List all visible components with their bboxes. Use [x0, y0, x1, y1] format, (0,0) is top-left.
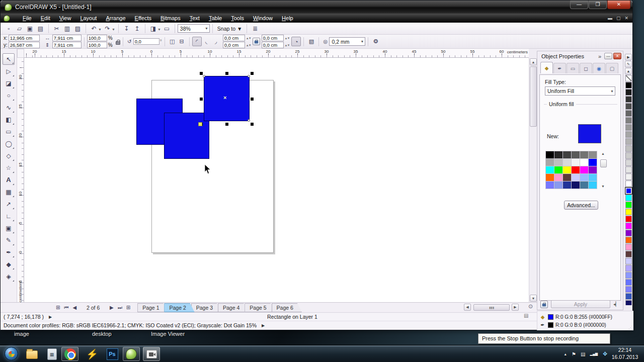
desktop-icon-label[interactable]: image	[14, 331, 29, 337]
palette-swatch[interactable]	[625, 180, 632, 187]
selection-handle[interactable]	[251, 123, 254, 126]
palette-swatch[interactable]	[625, 89, 632, 96]
import-icon[interactable]: ↧	[122, 24, 131, 33]
palette-swatch[interactable]	[625, 216, 632, 222]
color-cell[interactable]	[545, 158, 554, 166]
copy-icon[interactable]: ▥	[62, 24, 72, 33]
active-corner-node[interactable]	[198, 122, 202, 126]
palette-swatch[interactable]	[625, 188, 632, 194]
restore-button[interactable]: ❐	[589, 1, 607, 9]
palette-swatch[interactable]	[625, 258, 632, 264]
palette-swatch[interactable]	[625, 293, 632, 300]
start-button[interactable]	[5, 347, 18, 360]
drawing-canvas[interactable]: ×	[24, 58, 529, 302]
application-launcher-icon-dropdown[interactable]: ▼	[157, 28, 161, 31]
export-icon[interactable]: ↥	[132, 24, 142, 33]
color-cell[interactable]	[580, 181, 589, 189]
taskbar-explorer[interactable]	[23, 347, 40, 361]
color-cell[interactable]	[545, 166, 554, 174]
palette-swatch[interactable]	[625, 110, 632, 117]
palette-swatch[interactable]	[625, 223, 632, 229]
round-corner-button[interactable]: ◜	[192, 37, 202, 46]
new-document-icon[interactable]: ▫	[4, 24, 14, 33]
freehand-tool[interactable]: ∿	[3, 102, 15, 113]
horizontal-scroll-thumb[interactable]: ▮▮▮	[473, 304, 510, 311]
ellipse-tool[interactable]: ◯	[3, 138, 15, 149]
crop-tool[interactable]: ◪	[3, 77, 15, 89]
palette-swatch[interactable]	[625, 265, 632, 272]
status-flyout-icon[interactable]: ▶	[49, 315, 52, 319]
palette-swatch[interactable]	[625, 300, 632, 305]
color-cell[interactable]	[588, 151, 597, 159]
palette-swatch[interactable]	[625, 152, 632, 159]
palette-swatch[interactable]	[625, 138, 632, 145]
grid-scroll-up-icon[interactable]: ▲	[601, 152, 605, 155]
color-cell[interactable]	[545, 173, 554, 182]
palette-scroll-up[interactable]: ▲	[625, 68, 632, 74]
palette-swatch[interactable]	[625, 230, 632, 236]
basic-shapes-tool[interactable]: ☆	[3, 162, 15, 173]
application-launcher-icon[interactable]: ◨	[148, 24, 158, 33]
input-indicator-icon[interactable]: ▤	[581, 351, 585, 357]
palette-swatch[interactable]	[625, 244, 632, 250]
vertical-scrollbar[interactable]: ▲ ▼	[529, 58, 537, 302]
tray-expand-icon[interactable]: ▲	[564, 352, 567, 356]
x-position-field[interactable]	[9, 35, 40, 41]
palette-swatch[interactable]	[625, 237, 632, 243]
smart-fill-tool[interactable]: ◧	[3, 114, 15, 125]
paste-icon[interactable]: ▨	[73, 24, 83, 33]
next-page-button[interactable]: ▶	[108, 305, 116, 310]
menu-window[interactable]: Window	[249, 14, 277, 23]
chamfered-corner-button[interactable]: ◞	[211, 37, 221, 46]
polygon-tool[interactable]: ◇	[3, 150, 15, 161]
page-tab-page-5[interactable]: Page 5	[245, 303, 275, 312]
color-cell[interactable]	[562, 151, 572, 159]
fill-zoom-tab[interactable]: ◻	[580, 63, 592, 73]
corner-radius-bl-field[interactable]	[223, 42, 245, 48]
color-cell[interactable]	[562, 173, 572, 182]
color-cell[interactable]	[571, 166, 580, 174]
undo-icon-dropdown[interactable]: ▼	[98, 28, 102, 31]
doc-minimize-button[interactable]: ▬	[608, 16, 612, 21]
table-tool[interactable]: ▦	[3, 186, 15, 198]
color-cell[interactable]	[571, 151, 580, 159]
blend-tool[interactable]: ▣	[3, 222, 15, 234]
color-cell[interactable]	[571, 181, 580, 189]
menu-arrange[interactable]: Arrange	[101, 14, 130, 23]
menu-text[interactable]: Text	[185, 14, 204, 23]
apply-button[interactable]: Apply	[551, 300, 610, 308]
taskbar-clock[interactable]: 22:14 16.07.2013	[609, 346, 641, 360]
palette-swatch[interactable]	[625, 103, 632, 110]
outline-width-combo[interactable]: 0,2 mm▼	[329, 37, 365, 46]
scale-lock-icon[interactable]	[116, 41, 120, 45]
corner-node[interactable]	[203, 75, 205, 77]
shape-tool[interactable]: ▷	[3, 65, 15, 77]
relative-corner-scaling-button[interactable]: ◔	[291, 37, 301, 46]
page-tab-page-1[interactable]: Page 1	[137, 303, 168, 312]
palette-swatch[interactable]	[625, 96, 632, 103]
text-tool[interactable]: A	[3, 174, 15, 186]
corner-radius-tl-field[interactable]	[223, 35, 245, 41]
mirror-horizontal-button[interactable]: ◫	[168, 37, 177, 46]
color-cell[interactable]	[588, 181, 597, 189]
first-page-button[interactable]: ⏮	[62, 305, 70, 311]
redo-icon-dropdown[interactable]: ▼	[112, 28, 115, 31]
fill-color-swatch[interactable]	[548, 314, 553, 320]
color-cell[interactable]	[562, 181, 572, 189]
selection-handle[interactable]	[251, 72, 254, 75]
wrap-text-button[interactable]: ▧	[306, 37, 316, 46]
grid-scroll-down-icon[interactable]: ▼	[601, 185, 605, 188]
color-cell[interactable]	[562, 166, 572, 174]
profiles-flyout-icon[interactable]: ▶	[262, 323, 265, 328]
rotation-angle-field[interactable]	[133, 38, 159, 45]
palette-eyedropper-button[interactable]: ✎	[625, 61, 632, 67]
print-icon[interactable]: ▤	[36, 24, 45, 33]
color-cell[interactable]	[554, 151, 563, 159]
scroll-left-button[interactable]: ◀	[464, 304, 471, 311]
frame-tab[interactable]: ▢	[606, 63, 618, 73]
minimize-button[interactable]: —	[570, 1, 588, 9]
corner-lock-button[interactable]	[253, 38, 260, 45]
advanced-button[interactable]: Advanced...	[564, 201, 598, 210]
outline-tab[interactable]: ✒	[553, 63, 566, 73]
selection-handle[interactable]	[200, 72, 203, 75]
